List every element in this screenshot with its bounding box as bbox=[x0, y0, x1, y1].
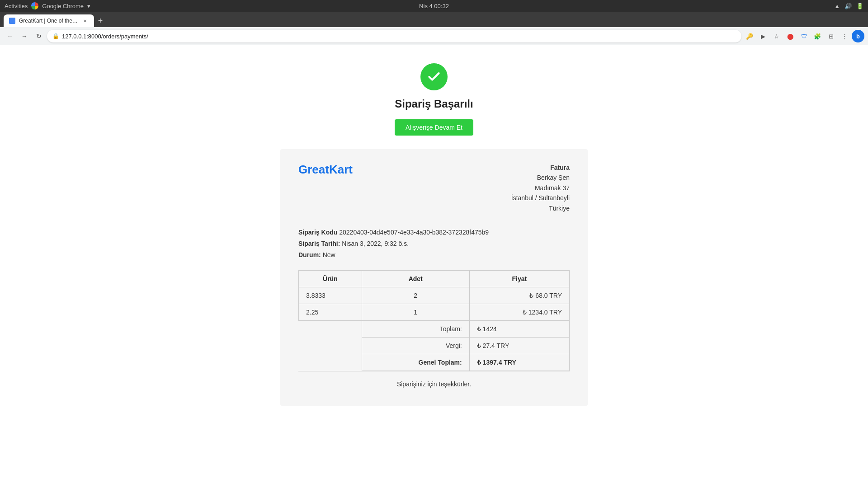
tab-favicon bbox=[9, 18, 15, 24]
product-name: 2.25 bbox=[299, 304, 362, 320]
chrome-icon bbox=[31, 2, 38, 9]
order-code-row: Sipariş Kodu 20220403-04d4e507-4e33-4a30… bbox=[298, 227, 570, 238]
total-row: Toplam: ₺ 1424 bbox=[299, 320, 570, 337]
invoice-info: Fatura Berkay Şen Madımak 37 İstanbul / … bbox=[511, 163, 570, 213]
success-icon bbox=[420, 63, 448, 90]
checkmark-svg bbox=[427, 70, 441, 84]
os-bar: Activities Google Chrome ▾ Nis 4 00:32 ▲… bbox=[0, 0, 868, 12]
col-price-header: Fiyat bbox=[469, 270, 569, 287]
product-price: ₺ 1234.0 TRY bbox=[469, 304, 569, 320]
total-empty bbox=[299, 320, 362, 337]
order-status-value: New bbox=[323, 251, 335, 258]
grand-total-row: Genel Toplam: ₺ 1397.4 TRY bbox=[299, 354, 570, 371]
tax-row: Vergi: ₺ 27.4 TRY bbox=[299, 337, 570, 354]
tab-title: GreatKart | One of the Bi... bbox=[19, 18, 78, 24]
nav-bar: ← → ↻ 🔒 127.0.0.1:8000/orders/payments/ … bbox=[0, 27, 868, 45]
forward-button[interactable]: → bbox=[18, 30, 31, 42]
os-bar-left: Activities Google Chrome ▾ bbox=[5, 2, 90, 9]
tab-bar: GreatKart | One of the Bi... ✕ + bbox=[0, 12, 868, 27]
address-bar[interactable]: 🔒 127.0.0.1:8000/orders/payments/ bbox=[47, 30, 741, 42]
customer-country: Türkiye bbox=[511, 203, 570, 213]
ext-grid-icon[interactable]: ⊞ bbox=[825, 30, 837, 42]
cast-icon[interactable]: ▶ bbox=[757, 30, 769, 42]
address-text: 127.0.0.1:8000/orders/payments/ bbox=[62, 33, 148, 40]
order-date-label: Sipariş Tarihi: bbox=[298, 240, 340, 247]
back-button[interactable]: ← bbox=[4, 30, 16, 42]
product-price: ₺ 68.0 TRY bbox=[469, 287, 569, 304]
key-icon[interactable]: 🔑 bbox=[743, 30, 756, 42]
customer-name: Berkay Şen bbox=[511, 173, 570, 183]
app-name: Google Chrome bbox=[42, 3, 84, 9]
os-datetime: Nis 4 00:32 bbox=[419, 3, 449, 9]
continue-shopping-button[interactable]: Alışverişe Devam Et bbox=[395, 119, 473, 136]
fatura-label: Fatura bbox=[511, 163, 570, 173]
activities-label[interactable]: Activities bbox=[5, 3, 28, 9]
table-row: 2.25 1 ₺ 1234.0 TRY bbox=[299, 304, 570, 320]
success-section: Sipariş Başarılı Alışverişe Devam Et bbox=[395, 63, 473, 136]
invoice-card: GreatKart Fatura Berkay Şen Madımak 37 İ… bbox=[280, 149, 588, 406]
order-code-label: Sipariş Kodu bbox=[298, 229, 339, 236]
browser-tab[interactable]: GreatKart | One of the Bi... ✕ bbox=[4, 14, 94, 27]
ext-puzzle-icon[interactable]: 🧩 bbox=[811, 30, 824, 42]
profile-button[interactable]: b bbox=[852, 30, 864, 42]
bookmark-icon[interactable]: ☆ bbox=[770, 30, 783, 42]
invoice-table: Ürün Adet Fiyat 3.8333 2 ₺ 68.0 TRY 2.25… bbox=[298, 270, 570, 371]
brand-logo: GreatKart bbox=[298, 163, 353, 177]
page-content: Sipariş Başarılı Alışverişe Devam Et Gre… bbox=[0, 45, 868, 488]
ext-red-icon[interactable]: ⬤ bbox=[784, 30, 797, 42]
tax-label: Vergi: bbox=[362, 337, 469, 354]
total-label: Toplam: bbox=[362, 320, 469, 337]
thank-you-message: Siparişiniz için teşekkürler. bbox=[298, 371, 570, 392]
success-title: Sipariş Başarılı bbox=[395, 98, 473, 110]
grand-total-label: Genel Toplam: bbox=[362, 354, 469, 371]
new-tab-btn[interactable]: + bbox=[94, 14, 107, 27]
col-quantity-header: Adet bbox=[362, 270, 469, 287]
os-bar-right: ▲ 🔊 🔋 bbox=[834, 3, 863, 9]
table-header-row: Ürün Adet Fiyat bbox=[299, 270, 570, 287]
col-product-header: Ürün bbox=[299, 270, 362, 287]
brand-part1: Great bbox=[298, 163, 329, 176]
grand-total-value: ₺ 1397.4 TRY bbox=[469, 354, 569, 371]
app-menu-arrow[interactable]: ▾ bbox=[87, 3, 90, 9]
total-value: ₺ 1424 bbox=[469, 320, 569, 337]
volume-icon: 🔊 bbox=[844, 3, 852, 9]
product-quantity: 2 bbox=[362, 287, 469, 304]
network-icon: ▲ bbox=[834, 3, 840, 9]
customer-address: Madımak 37 bbox=[511, 183, 570, 193]
invoice-header: GreatKart Fatura Berkay Şen Madımak 37 İ… bbox=[298, 163, 570, 213]
order-status-label: Durum: bbox=[298, 251, 321, 258]
tax-value: ₺ 27.4 TRY bbox=[469, 337, 569, 354]
customer-city: İstanbul / Sultanbeyli bbox=[511, 193, 570, 203]
order-date-value: Nisan 3, 2022, 9:32 ö.s. bbox=[342, 240, 409, 247]
product-quantity: 1 bbox=[362, 304, 469, 320]
lock-icon: 🔒 bbox=[52, 33, 59, 39]
menu-button[interactable]: ⋮ bbox=[838, 30, 851, 42]
table-row: 3.8333 2 ₺ 68.0 TRY bbox=[299, 287, 570, 304]
ext-shield-icon[interactable]: 🛡 bbox=[797, 30, 810, 42]
order-info: Sipariş Kodu 20220403-04d4e507-4e33-4a30… bbox=[298, 227, 570, 261]
tax-empty bbox=[299, 337, 362, 354]
order-code-value: 20220403-04d4e507-4e33-4a30-b382-372328f… bbox=[339, 229, 489, 236]
product-name: 3.8333 bbox=[299, 287, 362, 304]
grand-total-empty bbox=[299, 354, 362, 371]
brand-part2: Kart bbox=[329, 163, 353, 176]
battery-icon: 🔋 bbox=[856, 3, 863, 9]
order-date-row: Sipariş Tarihi: Nisan 3, 2022, 9:32 ö.s. bbox=[298, 238, 570, 249]
tab-close-btn[interactable]: ✕ bbox=[81, 17, 89, 24]
order-status-row: Durum: New bbox=[298, 249, 570, 261]
reload-button[interactable]: ↻ bbox=[33, 30, 45, 42]
nav-right-icons: 🔑 ▶ ☆ ⬤ 🛡 🧩 ⊞ ⋮ b bbox=[743, 30, 864, 42]
